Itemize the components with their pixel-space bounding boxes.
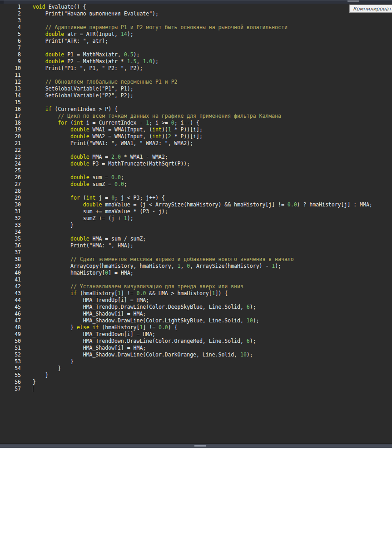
line-number[interactable]: 14: [0, 92, 21, 99]
code-line: 16 if (CurrentIndex > P) {: [0, 106, 392, 113]
code-line: 38 // Сдвиг элементов массива вправо и д…: [0, 256, 392, 263]
code-line: 1void Evaluate() {: [0, 4, 392, 10]
code-line: 14 SetGlobalVariable("P2", P2);: [0, 92, 392, 99]
line-number[interactable]: 2: [0, 10, 21, 17]
line-number[interactable]: 54: [0, 365, 21, 372]
line-number[interactable]: 9: [0, 58, 21, 65]
code-line: 3: [0, 17, 392, 24]
code-line: 41: [0, 276, 392, 283]
line-number[interactable]: 33: [0, 222, 21, 229]
line-number[interactable]: 46: [0, 311, 21, 317]
line-number[interactable]: 15: [0, 99, 21, 106]
code-line: 31 sum += mmaValue * (P3 - j);: [0, 208, 392, 215]
code-line-text: sum += mmaValue * (P3 - j);: [33, 208, 168, 215]
code-line-text: if (CurrentIndex > P) {: [33, 106, 118, 112]
line-number[interactable]: 39: [0, 263, 21, 270]
code-line-text: for (int j = 0; j < P3; j++) {: [33, 195, 165, 201]
code-line: 10 Print("P1: ", P1, " P2: ", P2);: [0, 65, 392, 72]
line-number[interactable]: 1: [0, 4, 21, 10]
line-number[interactable]: 48: [0, 324, 21, 331]
line-number[interactable]: 51: [0, 345, 21, 351]
line-number[interactable]: 29: [0, 195, 21, 201]
line-number[interactable]: 13: [0, 85, 21, 92]
line-number[interactable]: 56: [0, 379, 21, 386]
code-line: 27 double sumZ = 0.0;: [0, 181, 392, 188]
line-number[interactable]: 4: [0, 24, 21, 31]
code-line: 54 }: [0, 365, 392, 372]
app-window: 1void Evaluate() {2 Print("Начало выполн…: [0, 0, 392, 542]
line-number[interactable]: 27: [0, 181, 21, 188]
line-number[interactable]: 24: [0, 161, 21, 167]
code-line: 28: [0, 188, 392, 195]
line-number[interactable]: 18: [0, 120, 21, 126]
line-number[interactable]: 57: [0, 386, 21, 392]
line-number[interactable]: 22: [0, 147, 21, 154]
code-line: 34: [0, 229, 392, 236]
code-line: 24 double P3 = MathTruncate(MathSqrt(P))…: [0, 161, 392, 167]
code-editor[interactable]: 1void Evaluate() {2 Print("Начало выполн…: [0, 4, 392, 444]
line-number[interactable]: 26: [0, 174, 21, 181]
line-number[interactable]: 20: [0, 133, 21, 140]
code-line: 42 // Устанавливаем визуализацию для тре…: [0, 283, 392, 290]
line-number[interactable]: 30: [0, 201, 21, 208]
line-number[interactable]: 35: [0, 236, 21, 242]
line-number[interactable]: 42: [0, 283, 21, 290]
line-number[interactable]: 5: [0, 31, 21, 38]
line-number[interactable]: 3: [0, 17, 21, 24]
code-line: 29 for (int j = 0; j < P3; j++) {: [0, 195, 392, 201]
line-number[interactable]: 37: [0, 249, 21, 256]
line-number[interactable]: 31: [0, 208, 21, 215]
code-line: 13 SetGlobalVariable("P1", P1);: [0, 85, 392, 92]
code-line-text: SetGlobalVariable("P1", P1);: [33, 85, 134, 92]
line-number[interactable]: 36: [0, 242, 21, 249]
line-number[interactable]: 43: [0, 290, 21, 297]
code-line-text: [33, 386, 33, 392]
line-number[interactable]: 11: [0, 72, 21, 79]
line-number[interactable]: 8: [0, 51, 21, 58]
line-number[interactable]: 28: [0, 188, 21, 195]
line-number[interactable]: 55: [0, 372, 21, 379]
line-number[interactable]: 19: [0, 126, 21, 133]
text-caret: [33, 386, 33, 392]
line-number[interactable]: 49: [0, 331, 21, 338]
code-line: 35 double HMA = sum / sumZ;: [0, 236, 392, 242]
code-line: 9 double P2 = MathMax(atr * 1.5, 1.0);: [0, 58, 392, 65]
code-line: 37: [0, 249, 392, 256]
code-line: 51 HMA_Shadow[i] = HMA;: [0, 345, 392, 351]
code-line: 17 // Цикл по всем точкам данных на граф…: [0, 113, 392, 120]
code-line: 12 // Обновляем глобальные переменные P1…: [0, 79, 392, 85]
code-line-text: HMA_Shadow.DrawLine(Color.LightSkyBlue, …: [33, 317, 259, 324]
line-number[interactable]: 6: [0, 38, 21, 45]
code-line-text: double mmaValue = (j < ArraySize(hmaHist…: [33, 201, 372, 208]
code-line: 57: [0, 386, 392, 392]
line-number[interactable]: 38: [0, 256, 21, 263]
code-line-text: Print("ATR: ", atr);: [33, 38, 108, 44]
line-number[interactable]: 45: [0, 304, 21, 311]
code-line-text: double P3 = MathTruncate(MathSqrt(P));: [33, 161, 190, 167]
line-number[interactable]: 21: [0, 140, 21, 147]
line-number[interactable]: 40: [0, 270, 21, 276]
panel-splitter[interactable]: [0, 444, 392, 448]
line-number[interactable]: 16: [0, 106, 21, 113]
code-line: 40 hmaHistory[0] = HMA;: [0, 270, 392, 276]
line-number[interactable]: 47: [0, 317, 21, 324]
code-line-text: HMA_TrendUp.DrawLine(Color.DeepSkyBlue, …: [33, 304, 256, 310]
line-number[interactable]: 10: [0, 65, 21, 72]
toolbar-button-partial[interactable]: [347, 0, 359, 2]
line-number[interactable]: 34: [0, 229, 21, 236]
line-number[interactable]: 12: [0, 79, 21, 85]
line-number[interactable]: 32: [0, 215, 21, 222]
line-number[interactable]: 17: [0, 113, 21, 120]
line-number[interactable]: 23: [0, 154, 21, 161]
line-number[interactable]: 7: [0, 45, 21, 51]
line-number[interactable]: 25: [0, 167, 21, 174]
line-number[interactable]: 44: [0, 297, 21, 304]
line-number[interactable]: 41: [0, 276, 21, 283]
code-line: 2 Print("Начало выполнения Evaluate");: [0, 10, 392, 17]
code-line-text: }: [33, 222, 74, 228]
line-number[interactable]: 53: [0, 358, 21, 365]
line-number[interactable]: 50: [0, 338, 21, 345]
line-number[interactable]: 52: [0, 351, 21, 358]
code-line: 18 for (int i = CurrentIndex - 1; i >= 0…: [0, 120, 392, 126]
code-line-text: HMA_TrendDown[i] = HMA;: [33, 331, 155, 337]
